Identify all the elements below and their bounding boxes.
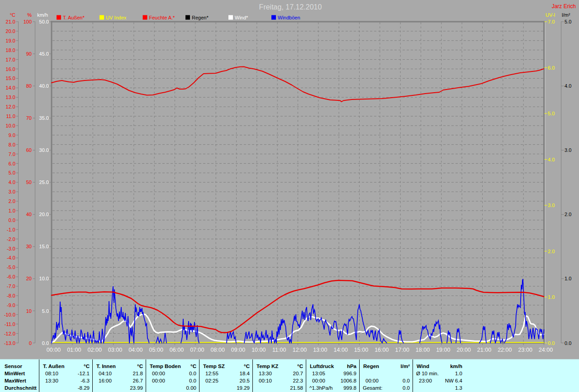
svg-text:20:00: 20:00 [457, 347, 471, 353]
svg-text:-5.0: -5.0 [7, 264, 15, 270]
svg-text:23.99: 23.99 [130, 385, 143, 391]
svg-text:-8.0: -8.0 [7, 293, 15, 298]
svg-text:Temp KZ: Temp KZ [256, 364, 278, 369]
svg-text:7.0: 7.0 [9, 151, 15, 157]
svg-text:-6.0: -6.0 [7, 274, 15, 279]
svg-text:^1.3hPa/h: ^1.3hPa/h [309, 385, 332, 391]
svg-text:18.4: 18.4 [240, 371, 250, 376]
svg-text:Jarz Erich: Jarz Erich [552, 3, 576, 9]
svg-text:0.00: 0.00 [186, 385, 196, 391]
svg-text:l/m²: l/m² [401, 364, 410, 369]
svg-text:40.0: 40.0 [39, 83, 49, 89]
svg-text:1.0: 1.0 [455, 371, 462, 376]
svg-text:Freitag, 17.12.2010: Freitag, 17.12.2010 [259, 3, 322, 11]
svg-text:3.0: 3.0 [9, 189, 15, 194]
svg-text:11:00: 11:00 [272, 347, 286, 353]
svg-text:30.0: 30.0 [39, 147, 49, 153]
svg-text:Gesamt:: Gesamt: [363, 385, 382, 391]
svg-text:°C: °C [84, 364, 90, 369]
svg-text:4.0: 4.0 [548, 157, 555, 162]
svg-text:T. Innen: T. Innen [96, 364, 116, 369]
svg-text:50: 50 [26, 179, 32, 185]
svg-text:-10.0: -10.0 [4, 312, 15, 317]
svg-text:-2.0: -2.0 [7, 236, 15, 242]
svg-text:0.0: 0.0 [403, 385, 410, 391]
svg-text:-6.3: -6.3 [81, 378, 90, 383]
svg-text:35.0: 35.0 [39, 115, 49, 121]
svg-text:MaxWert: MaxWert [5, 378, 26, 383]
svg-text:-13.0: -13.0 [4, 340, 15, 346]
svg-text:05:00: 05:00 [149, 347, 163, 353]
svg-text:hPa: hPa [347, 364, 357, 369]
svg-text:19.29: 19.29 [237, 385, 250, 391]
svg-text:00:00: 00:00 [152, 378, 165, 383]
svg-text:00:00: 00:00 [152, 371, 165, 376]
svg-text:T. Außen*: T. Außen* [63, 15, 85, 20]
svg-text:0.0: 0.0 [9, 217, 15, 223]
svg-text:1.0: 1.0 [565, 276, 571, 281]
svg-text:01:00: 01:00 [67, 347, 81, 353]
svg-text:Regen*: Regen* [192, 15, 209, 20]
svg-text:16:00: 16:00 [99, 378, 112, 383]
svg-text:21.58: 21.58 [290, 385, 303, 391]
svg-text:0.0: 0.0 [565, 340, 571, 346]
svg-text:80: 80 [26, 83, 32, 89]
svg-text:NW 6.4: NW 6.4 [445, 378, 463, 383]
svg-text:996.9: 996.9 [343, 371, 356, 376]
svg-text:04:10: 04:10 [99, 371, 112, 376]
svg-text:5.0: 5.0 [9, 170, 15, 175]
svg-text:3.0: 3.0 [565, 147, 571, 153]
svg-text:l/m²: l/m² [562, 12, 570, 18]
svg-text:Windböen: Windböen [278, 15, 300, 20]
svg-text:9.0: 9.0 [9, 132, 15, 138]
svg-text:1006.8: 1006.8 [341, 378, 356, 383]
svg-text:10: 10 [26, 308, 32, 314]
svg-text:Temp SZ: Temp SZ [203, 364, 225, 369]
svg-text:23:00: 23:00 [518, 347, 532, 353]
svg-text:Wind*: Wind* [235, 15, 248, 20]
svg-text:22.3: 22.3 [293, 378, 303, 383]
svg-text:0: 0 [29, 340, 32, 346]
svg-text:13.0: 13.0 [6, 94, 15, 100]
svg-text:00:10: 00:10 [259, 378, 272, 383]
svg-text:-1.0: -1.0 [7, 227, 15, 232]
svg-text:20: 20 [26, 276, 32, 281]
svg-text:13:30: 13:30 [259, 371, 272, 376]
svg-text:°C: °C [297, 364, 303, 369]
svg-text:17.0: 17.0 [6, 57, 15, 62]
svg-text:10.0: 10.0 [39, 276, 49, 281]
svg-text:02:00: 02:00 [88, 347, 102, 353]
svg-text:20.7: 20.7 [293, 371, 303, 376]
svg-text:00:00: 00:00 [312, 378, 325, 383]
svg-text:20.5: 20.5 [240, 378, 250, 383]
svg-text:-4.0: -4.0 [7, 255, 15, 260]
svg-text:-3.0: -3.0 [7, 246, 15, 251]
svg-text:0.0: 0.0 [42, 340, 49, 346]
svg-text:19.0: 19.0 [6, 38, 15, 43]
svg-text:1.0: 1.0 [548, 294, 555, 300]
svg-text:2.0: 2.0 [548, 249, 555, 254]
svg-text:8.0: 8.0 [9, 142, 15, 147]
svg-text:00:00: 00:00 [47, 347, 61, 353]
svg-text:22:00: 22:00 [498, 347, 512, 353]
svg-text:11.0: 11.0 [6, 113, 15, 119]
svg-text:21.0: 21.0 [6, 19, 15, 24]
svg-text:02:25: 02:25 [205, 378, 218, 383]
svg-text:21:00: 21:00 [477, 347, 491, 353]
svg-text:13:05: 13:05 [312, 371, 325, 376]
svg-text:50.0: 50.0 [39, 19, 49, 24]
svg-text:18.0: 18.0 [6, 47, 15, 53]
svg-text:UV-I: UV-I [546, 12, 555, 18]
svg-text:4.0: 4.0 [9, 179, 15, 185]
svg-text:06:00: 06:00 [170, 347, 184, 353]
svg-text:17:00: 17:00 [395, 347, 409, 353]
svg-text:0.0: 0.0 [189, 378, 196, 383]
svg-text:07:00: 07:00 [190, 347, 204, 353]
svg-text:-12.0: -12.0 [4, 331, 15, 336]
svg-text:Durchschnitt: Durchschnitt [5, 385, 37, 391]
svg-text:13:00: 13:00 [313, 347, 327, 353]
svg-text:-8.29: -8.29 [78, 385, 90, 391]
svg-text:13:30: 13:30 [45, 378, 58, 383]
svg-text:0.0: 0.0 [189, 371, 196, 376]
svg-text:Temp Boden: Temp Boden [150, 364, 181, 369]
